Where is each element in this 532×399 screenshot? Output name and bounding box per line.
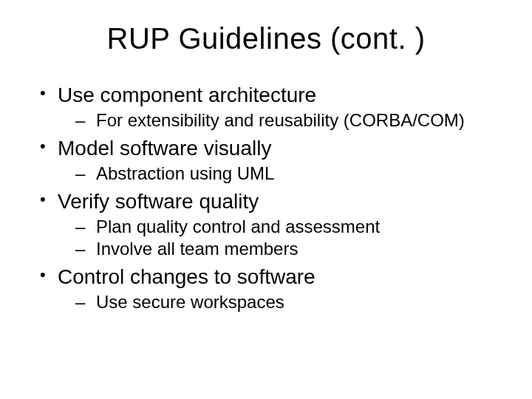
bullet-level-1: Control changes to software [37,265,502,289]
bullet-level-2: Involve all team members [37,239,502,259]
bullet-level-2: Abstraction using UML [37,163,502,184]
bullet-level-2: For extensibility and reusability (CORBA… [37,110,502,131]
bullet-level-2: Use secure workspaces [37,292,502,313]
bullet-level-1: Verify software quality [37,190,502,214]
slide-title: RUP Guidelines (cont. ) [30,22,502,55]
bullet-level-1: Model software visually [37,137,502,160]
bullet-level-2: Plan quality control and assessment [37,216,502,237]
bullet-level-1: Use component architecture [37,83,502,107]
slide-content: Use component architecture For extensibi… [30,83,502,313]
